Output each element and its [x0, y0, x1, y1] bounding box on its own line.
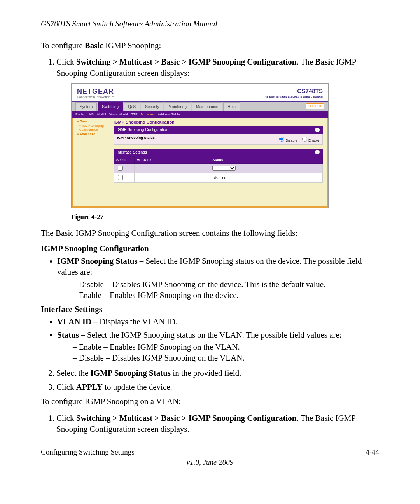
table-row: 1 Disabled — [114, 173, 323, 182]
panel1-body: IGMP Snooping Status Disable Enable — [114, 134, 323, 145]
snoop-label: IGMP Snooping Status — [117, 135, 155, 143]
figure-caption: Figure 4-27 — [71, 213, 379, 222]
subtab-lag[interactable]: LAG — [87, 112, 94, 117]
help-icon[interactable]: ? — [315, 150, 320, 154]
t: – Select the IGMP Snooping status on the… — [79, 330, 342, 340]
subtab-vlan[interactable]: VLAN — [97, 112, 106, 117]
intro-line: To configure Basic IGMP Snooping: — [41, 40, 379, 51]
main-tabs: System Switching QoS Security Monitoring… — [72, 101, 328, 111]
list-item: Enable – Enables IGMP Snooping on the de… — [73, 290, 379, 301]
vlan-intro: To configure IGMP Snooping on a VLAN: — [41, 396, 379, 407]
list-item: VLAN ID – Displays the VLAN ID. — [57, 316, 379, 327]
t: . The — [297, 57, 315, 66]
list-item: Status – Select the IGMP Snooping status… — [57, 329, 379, 364]
footer-left: Configuring Switching Settings — [41, 448, 135, 457]
tab-system[interactable]: System — [75, 102, 97, 111]
th-status: Status — [210, 156, 323, 164]
t: Switching > Multicast > Basic > IGMP Sno… — [76, 57, 297, 66]
bullet-list: VLAN ID – Displays the VLAN ID. Status –… — [41, 316, 379, 363]
t: Status — [57, 330, 79, 340]
footer-version: v1.0, June 2009 — [41, 458, 379, 467]
t: Basic — [315, 57, 334, 66]
panel2-title: Interface Settings — [117, 150, 147, 155]
panel-title: IGMP Snooping Configuration — [114, 119, 323, 125]
sidebar-item-advanced[interactable]: » Advanced — [77, 132, 110, 136]
cell-status: Disabled — [210, 173, 323, 182]
dash-list: Disable – Disables IGMP Snooping on the … — [57, 279, 379, 301]
t: in the provided field. — [171, 368, 241, 378]
t: VLAN ID — [57, 317, 91, 326]
step-3: Click APPLY to update the device. — [56, 382, 379, 392]
subtab-stp[interactable]: STP — [131, 112, 138, 117]
subhead-igmp: IGMP Snooping Configuration — [41, 244, 379, 254]
intro-text2: IGMP Snooping: — [103, 41, 161, 50]
intro-bold: Basic — [85, 41, 103, 50]
panel1-header: IGMP Snooping Configuration ? — [114, 126, 323, 134]
list-item: IGMP Snooping Status – Select the IGMP S… — [57, 256, 379, 301]
dash-list: Enable – Enables IGMP Snooping on the VL… — [57, 341, 379, 364]
tab-monitoring[interactable]: Monitoring — [164, 102, 191, 111]
t: IGMP Snooping Status — [90, 368, 171, 378]
footer-right: 4-44 — [366, 448, 379, 457]
product-name: GS748TS — [265, 87, 323, 95]
tab-help[interactable]: Help — [223, 102, 240, 111]
subtab-voicevlan[interactable]: Voice VLAN — [109, 112, 128, 117]
t: Click — [56, 413, 76, 423]
step-1: Click Switching > Multicast > Basic > IG… — [56, 56, 379, 221]
step-list-2: Select the IGMP Snooping Status in the p… — [41, 368, 379, 393]
select-all-checkbox[interactable] — [118, 166, 123, 171]
product-desc: 48-port Gigabit Stackable Smart Switch — [265, 95, 323, 99]
subtab-ports[interactable]: Ports — [75, 112, 84, 117]
screenshot: NETGEAR Connect with Innovation ™ GS748T… — [71, 83, 329, 208]
radio-disable-label: Disable — [285, 138, 297, 142]
radio-disable[interactable] — [279, 136, 284, 142]
radio-enable-label: Enable — [308, 138, 319, 142]
subtab-addr[interactable]: Address Table — [158, 112, 180, 117]
t: Switching > Multicast > Basic > IGMP Sno… — [76, 413, 297, 423]
t: APPLY — [76, 382, 103, 392]
netgear-logo: NETGEAR — [77, 87, 114, 96]
radio-enable[interactable] — [302, 136, 307, 142]
t: Click — [56, 57, 76, 66]
logout-button[interactable]: LOGOUT — [306, 103, 324, 109]
table-header: Select VLAN ID Status — [114, 156, 323, 164]
panel2-header: Interface Settings ? — [114, 149, 323, 156]
doc-header: GS700TS Smart Switch Software Administra… — [41, 19, 379, 28]
list-item: Enable – Enables IGMP Snooping on the VL… — [73, 341, 379, 352]
step-1b: Click Switching > Multicast > Basic > IG… — [56, 413, 379, 435]
tab-switching[interactable]: Switching — [98, 102, 123, 111]
help-icon[interactable]: ? — [315, 128, 320, 132]
sidebar-item-basic[interactable]: » Basic — [77, 119, 110, 124]
t: IGMP Snooping Status — [57, 256, 138, 266]
row-checkbox[interactable] — [118, 175, 123, 180]
intro-text: To configure — [41, 41, 85, 50]
footer-rule — [41, 446, 379, 446]
subhead-interface: Interface Settings — [41, 304, 379, 314]
subtab-multicast[interactable]: Multicast — [141, 112, 155, 117]
sidebar-item-conf[interactable]: » IGMP Snooping Configuration — [79, 124, 110, 133]
t: Click — [56, 382, 76, 392]
panel1-title: IGMP Snooping Configuration — [117, 127, 168, 133]
t: to update the device. — [103, 382, 172, 392]
t: – Displays the VLAN ID. — [91, 317, 177, 326]
step-2: Select the IGMP Snooping Status in the p… — [56, 368, 379, 378]
tab-qos[interactable]: QoS — [124, 102, 140, 111]
th-select: Select — [114, 156, 135, 164]
logo-tagline: Connect with Innovation ™ — [77, 95, 114, 100]
header-rule — [41, 31, 379, 31]
list-item: Disable – Disables IGMP Snooping on the … — [73, 279, 379, 290]
step-list-3: Click Switching > Multicast > Basic > IG… — [41, 413, 379, 435]
sidebar: » Basic » IGMP Snooping Configuration » … — [77, 118, 110, 182]
table-row — [114, 164, 323, 173]
status-select[interactable] — [212, 166, 236, 171]
tab-security[interactable]: Security — [141, 102, 163, 111]
bullet-list: IGMP Snooping Status – Select the IGMP S… — [41, 256, 379, 301]
list-item: Disable – Disables IGMP Snooping on the … — [73, 352, 379, 363]
sub-tabs: Ports LAG VLAN Voice VLAN STP Multicast … — [72, 111, 328, 118]
cell-vlan-id: 1 — [135, 173, 210, 182]
fields-lead: The Basic IGMP Snooping Configuration sc… — [41, 228, 379, 238]
t: Select the — [56, 368, 90, 378]
th-vlan: VLAN ID — [135, 156, 210, 164]
tab-maintenance[interactable]: Maintenance — [192, 102, 222, 111]
footer: Configuring Switching Settings 4-44 — [41, 448, 379, 457]
